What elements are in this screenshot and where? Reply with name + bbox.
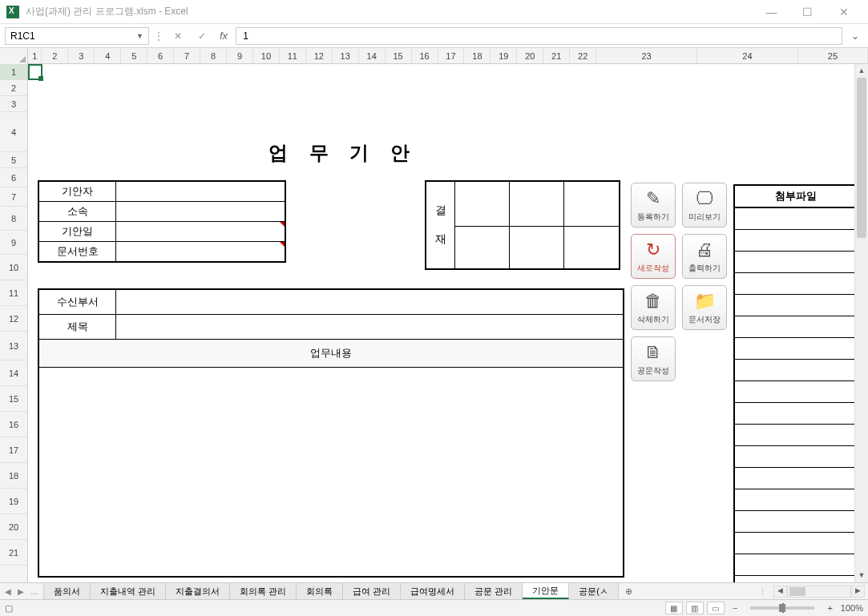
preview-button[interactable]: 🖵 미리보기 [682, 183, 727, 227]
row-header[interactable]: 10 [0, 255, 27, 280]
scroll-thumb[interactable] [857, 78, 866, 238]
column-header[interactable]: 7 [174, 48, 200, 63]
column-header[interactable]: 18 [464, 48, 491, 63]
column-header[interactable]: 20 [517, 48, 543, 63]
page-layout-view-button[interactable]: ▥ [686, 602, 704, 614]
content-body[interactable] [39, 368, 623, 576]
row-header[interactable]: 7 [0, 187, 27, 207]
approval-name-cell[interactable] [510, 182, 563, 227]
confirm-formula-button[interactable]: ✓ [192, 27, 212, 45]
approval-name-cell[interactable] [564, 182, 619, 227]
sheet-tab[interactable]: 공문 관리 [465, 583, 523, 599]
fx-icon[interactable]: fx [220, 30, 228, 42]
row-header[interactable]: 20 [0, 514, 27, 540]
attachment-row[interactable] [735, 316, 856, 338]
row-header[interactable]: 11 [0, 280, 27, 306]
new-button[interactable]: ↻ 새로작성 [631, 234, 676, 279]
attachment-row[interactable] [735, 338, 856, 360]
row-header[interactable]: 2 [0, 80, 27, 96]
value-subject[interactable] [116, 315, 623, 339]
sheet-tab[interactable]: 지출결의서 [166, 583, 230, 599]
attachment-row[interactable] [735, 273, 856, 295]
row-header[interactable]: 3 [0, 96, 27, 112]
approval-sign-cell[interactable] [510, 227, 563, 268]
tab-more-button[interactable]: … [30, 587, 38, 596]
attachment-row[interactable] [735, 295, 856, 316]
hscroll-track[interactable] [787, 586, 851, 598]
column-header[interactable]: 5 [121, 48, 147, 63]
column-header[interactable]: 23 [596, 48, 697, 63]
delete-button[interactable]: 🗑 삭제하기 [631, 285, 676, 330]
attachment-row[interactable] [735, 360, 856, 381]
close-button[interactable]: ✕ [826, 1, 862, 23]
row-header[interactable]: 21 [0, 540, 27, 566]
value-drafter[interactable] [116, 182, 285, 202]
row-header[interactable]: 19 [0, 489, 27, 514]
vertical-scrollbar[interactable]: ▲ ▼ [854, 64, 868, 582]
row-header[interactable]: 13 [0, 332, 27, 360]
row-header[interactable]: 8 [0, 207, 27, 231]
sheet-tab[interactable]: 회의록 [297, 583, 343, 599]
formula-input[interactable]: 1 [236, 27, 842, 45]
attachment-row[interactable] [735, 425, 856, 446]
column-header[interactable]: 11 [280, 48, 306, 63]
attachment-row[interactable] [735, 230, 856, 252]
column-header[interactable]: 6 [147, 48, 174, 63]
row-header[interactable]: 17 [0, 437, 27, 463]
cells-area[interactable]: 업 무 기 안 기안자 소속 기안일 문서번호 결 [28, 64, 854, 582]
page-break-view-button[interactable]: ▭ [707, 602, 725, 614]
column-header[interactable]: 2 [42, 48, 68, 63]
hscroll-right-button[interactable]: ▶ [851, 586, 865, 598]
column-header[interactable]: 12 [306, 48, 333, 63]
register-button[interactable]: ✎ 등록하기 [631, 183, 676, 227]
zoom-thumb[interactable] [779, 604, 785, 612]
scroll-up-button[interactable]: ▲ [855, 64, 868, 78]
attachment-row[interactable] [735, 554, 856, 576]
sheet-tab[interactable]: 품의서 [44, 583, 91, 599]
comment-indicator-icon[interactable] [280, 222, 285, 227]
name-box[interactable]: R1C1 ▼ [5, 27, 149, 45]
attachment-row[interactable] [735, 468, 856, 489]
scroll-track[interactable] [855, 78, 868, 569]
macro-record-icon[interactable]: ▢ [5, 603, 13, 614]
maximize-button[interactable]: ☐ [789, 1, 826, 23]
row-header[interactable]: 14 [0, 360, 27, 386]
approval-name-cell[interactable] [455, 182, 509, 227]
column-header[interactable]: 14 [359, 48, 386, 63]
row-header[interactable]: 4 [0, 112, 27, 152]
row-header[interactable]: 16 [0, 412, 27, 437]
attachment-row[interactable] [735, 446, 856, 468]
column-header[interactable]: 21 [543, 48, 570, 63]
sheet-tab[interactable]: 회의록 관리 [230, 583, 297, 599]
official-doc-button[interactable]: 🗎 공문작성 [631, 336, 676, 381]
row-header[interactable]: 12 [0, 306, 27, 332]
column-header[interactable]: 1 [28, 48, 42, 63]
attachment-row[interactable] [735, 533, 856, 554]
minimize-button[interactable]: — [753, 1, 789, 23]
attachment-row[interactable] [735, 208, 856, 230]
attachment-row[interactable] [735, 403, 856, 425]
add-sheet-button[interactable]: ⊕ [619, 583, 639, 599]
sheet-tab[interactable]: 기안문 [523, 583, 569, 599]
row-header[interactable]: 18 [0, 463, 27, 489]
row-header[interactable]: 6 [0, 168, 27, 187]
print-button[interactable]: 🖨 출력하기 [682, 234, 727, 279]
zoom-out-button[interactable]: − [733, 603, 737, 613]
column-header[interactable]: 8 [200, 48, 227, 63]
tab-prev-button[interactable]: ◀ [5, 587, 11, 596]
attachment-row[interactable] [735, 511, 856, 533]
row-header[interactable]: 1 [0, 64, 27, 80]
comment-indicator-icon[interactable] [280, 242, 285, 247]
zoom-slider[interactable] [750, 606, 814, 610]
zoom-level[interactable]: 100% [841, 603, 863, 613]
row-header[interactable]: 15 [0, 386, 27, 412]
sheet-tab[interactable]: 급여명세서 [401, 583, 465, 599]
column-header[interactable]: 4 [95, 48, 121, 63]
attachment-row[interactable] [735, 489, 856, 511]
column-header[interactable]: 25 [798, 48, 868, 63]
normal-view-button[interactable]: ▦ [665, 602, 683, 614]
select-all-button[interactable] [0, 48, 28, 64]
column-header[interactable]: 17 [438, 48, 465, 63]
approval-sign-cell[interactable] [455, 227, 509, 268]
column-header[interactable]: 16 [412, 48, 438, 63]
